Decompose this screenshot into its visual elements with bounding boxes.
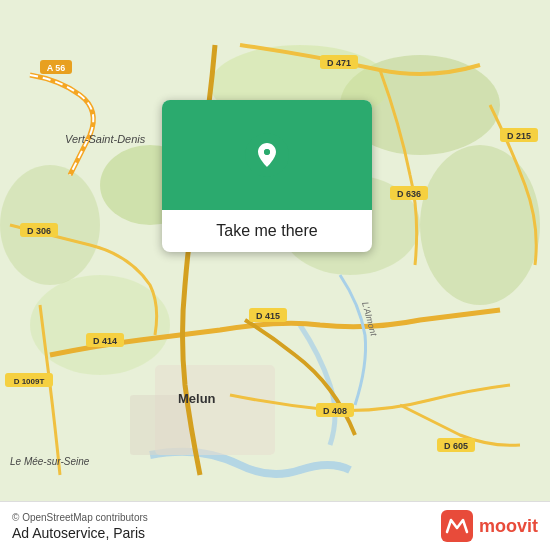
map-container: A 56 D 471 D 215 D 636 D 306 D 415 D 414… — [0, 0, 550, 550]
take-me-there-button[interactable]: Take me there — [216, 222, 317, 240]
svg-point-1 — [420, 145, 540, 305]
svg-text:Vert-Saint-Denis: Vert-Saint-Denis — [65, 133, 146, 145]
svg-text:D 605: D 605 — [444, 441, 468, 451]
svg-text:D 414: D 414 — [93, 336, 117, 346]
svg-text:D 471: D 471 — [327, 58, 351, 68]
location-pin-icon — [245, 133, 289, 177]
svg-text:D 306: D 306 — [27, 226, 51, 236]
svg-point-34 — [264, 149, 270, 155]
popup-header — [162, 100, 372, 210]
map-svg: A 56 D 471 D 215 D 636 D 306 D 415 D 414… — [0, 0, 550, 550]
location-name: Ad Autoservice, Paris — [12, 525, 148, 541]
popup-bottom: Take me there — [162, 210, 372, 252]
popup-card: Take me there — [162, 100, 372, 252]
moovit-text: moovit — [479, 516, 538, 537]
moovit-icon — [441, 510, 473, 542]
svg-text:D 415: D 415 — [256, 311, 280, 321]
bottom-bar: © OpenStreetMap contributors Ad Autoserv… — [0, 501, 550, 550]
svg-text:A 56: A 56 — [47, 63, 66, 73]
bottom-left-info: © OpenStreetMap contributors Ad Autoserv… — [12, 512, 148, 541]
svg-text:D 636: D 636 — [397, 189, 421, 199]
svg-text:D 215: D 215 — [507, 131, 531, 141]
osm-attribution: © OpenStreetMap contributors — [12, 512, 148, 523]
moovit-logo: moovit — [441, 510, 538, 542]
svg-text:D 1009T: D 1009T — [14, 377, 45, 386]
svg-text:D 408: D 408 — [323, 406, 347, 416]
svg-text:Melun: Melun — [178, 391, 216, 406]
svg-point-2 — [30, 275, 170, 375]
svg-text:Le Mée-sur-Seine: Le Mée-sur-Seine — [10, 456, 90, 467]
